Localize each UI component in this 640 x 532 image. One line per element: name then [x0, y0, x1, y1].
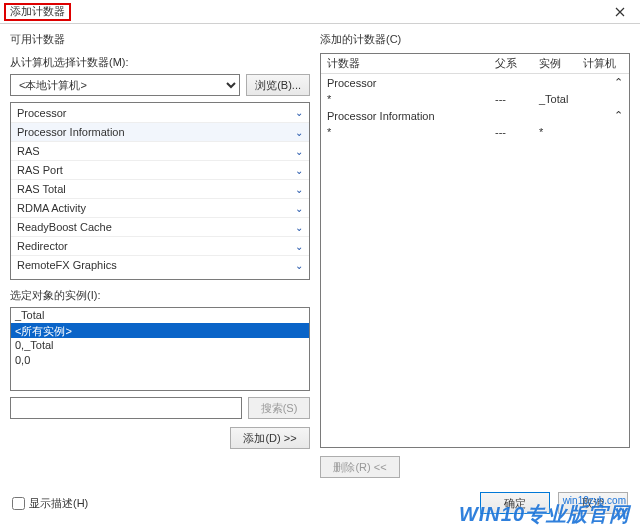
counter-item-label: RemoteFX Graphics [17, 259, 117, 271]
added-cell-parent: --- [489, 93, 533, 105]
counter-item[interactable]: RDMA Activity⌄ [11, 198, 309, 217]
instance-item[interactable]: _Total [11, 308, 309, 323]
ok-button[interactable]: 确定 [480, 492, 550, 514]
instances-list[interactable]: _Total<所有实例>0,_Total0,0 [10, 307, 310, 391]
added-cell-instance: * [533, 126, 577, 138]
added-cell-counter: * [321, 93, 489, 105]
counter-item[interactable]: Redirector⌄ [11, 236, 309, 255]
added-group-header[interactable]: Processor⌃ [321, 74, 629, 91]
available-counters-label: 可用计数器 [10, 32, 310, 47]
counter-item[interactable]: RAS Port⌄ [11, 160, 309, 179]
instance-item[interactable]: 0,0 [11, 353, 309, 368]
chevron-down-icon: ⌄ [295, 241, 303, 252]
chevron-down-icon: ⌄ [295, 222, 303, 233]
counter-item[interactable]: RAS⌄ [11, 141, 309, 160]
added-group-name: Processor [327, 77, 377, 89]
counter-item-label: RDMA Activity [17, 202, 86, 214]
show-description-label: 显示描述(H) [29, 496, 88, 511]
instance-item[interactable]: <所有实例> [11, 323, 309, 338]
browse-button[interactable]: 浏览(B)... [246, 74, 310, 96]
add-button[interactable]: 添加(D) >> [230, 427, 310, 449]
counter-item-label: Processor [17, 107, 67, 119]
close-icon [615, 7, 625, 17]
added-cell-computer [577, 126, 629, 138]
chevron-down-icon: ⌄ [295, 146, 303, 157]
computer-select[interactable]: <本地计算机> [10, 74, 240, 96]
instances-label: 选定对象的实例(I): [10, 288, 310, 303]
chevron-up-icon: ⌃ [614, 76, 623, 89]
counter-item[interactable]: RAS Total⌄ [11, 179, 309, 198]
added-row[interactable]: *---_Total [321, 91, 629, 107]
counter-item-label: RAS [17, 145, 40, 157]
show-description-input[interactable] [12, 497, 25, 510]
show-description-checkbox[interactable]: 显示描述(H) [12, 496, 88, 511]
remove-button[interactable]: 删除(R) << [320, 456, 400, 478]
col-counter: 计数器 [321, 56, 489, 71]
close-button[interactable] [600, 0, 640, 24]
added-row[interactable]: *---* [321, 124, 629, 140]
counter-category-list[interactable]: Processor⌄Processor Information⌄RAS⌄RAS … [10, 102, 310, 280]
chevron-down-icon: ⌄ [295, 107, 303, 118]
chevron-down-icon: ⌄ [295, 165, 303, 176]
added-cell-instance: _Total [533, 93, 577, 105]
title-bar: 添加计数器 [0, 0, 640, 24]
chevron-down-icon: ⌄ [295, 184, 303, 195]
added-group-name: Processor Information [327, 110, 435, 122]
window-controls [600, 0, 640, 24]
instance-item[interactable]: 0,_Total [11, 338, 309, 353]
added-cell-parent: --- [489, 126, 533, 138]
counter-item[interactable]: Processor Information⌄ [11, 122, 309, 141]
instance-search-input[interactable] [10, 397, 242, 419]
added-table-header: 计数器 父系 实例 计算机 [321, 54, 629, 74]
chevron-down-icon: ⌄ [295, 260, 303, 271]
from-computer-label: 从计算机选择计数器(M): [10, 55, 310, 70]
added-counters-label: 添加的计数器(C) [320, 32, 630, 47]
chevron-up-icon: ⌃ [614, 109, 623, 122]
counter-item[interactable]: RemoteFX Graphics⌄ [11, 255, 309, 274]
search-button[interactable]: 搜索(S) [248, 397, 310, 419]
counter-item[interactable]: Processor⌄ [11, 103, 309, 122]
col-parent: 父系 [489, 56, 533, 71]
chevron-down-icon: ⌄ [295, 203, 303, 214]
counter-item-label: RAS Port [17, 164, 63, 176]
col-instance: 实例 [533, 56, 577, 71]
chevron-down-icon: ⌄ [295, 127, 303, 138]
counter-item-label: ReadyBoost Cache [17, 221, 112, 233]
counter-item-label: Processor Information [17, 126, 125, 138]
added-cell-computer [577, 93, 629, 105]
added-cell-counter: * [321, 126, 489, 138]
window-title: 添加计数器 [4, 3, 71, 21]
dialog-body: 可用计数器 从计算机选择计数器(M): <本地计算机> 浏览(B)... Pro… [0, 24, 640, 484]
counter-item-label: RAS Total [17, 183, 66, 195]
counter-item[interactable]: ReadyBoost Cache⌄ [11, 217, 309, 236]
dialog-footer: 显示描述(H) 确定 取消 [0, 484, 640, 522]
col-computer: 计算机 [577, 56, 629, 71]
added-group-header[interactable]: Processor Information⌃ [321, 107, 629, 124]
added-counters-pane: 添加的计数器(C) 计数器 父系 实例 计算机 Processor⌃*---_T… [320, 32, 630, 478]
cancel-button[interactable]: 取消 [558, 492, 628, 514]
available-counters-pane: 可用计数器 从计算机选择计数器(M): <本地计算机> 浏览(B)... Pro… [10, 32, 310, 478]
counter-item-label: Redirector [17, 240, 68, 252]
added-counters-table[interactable]: 计数器 父系 实例 计算机 Processor⌃*---_TotalProces… [320, 53, 630, 448]
